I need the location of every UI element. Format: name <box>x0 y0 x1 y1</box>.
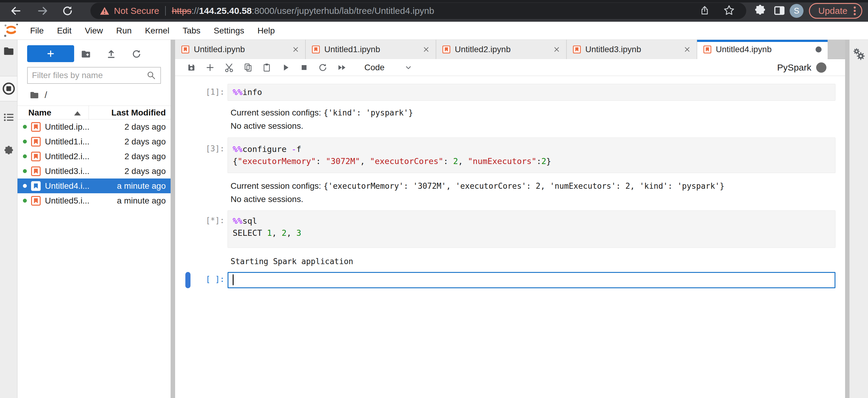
menu-settings[interactable]: Settings <box>207 22 251 39</box>
new-folder-button[interactable] <box>81 49 91 60</box>
file-row-untitled[interactable]: Untitled.ip... 2 days ago <box>18 119 170 134</box>
active-cell-collapser[interactable] <box>185 272 190 288</box>
output-config: {'kind': 'pyspark'} <box>323 108 413 117</box>
browser-back-button[interactable] <box>9 4 22 18</box>
code-editor[interactable]: %%configure -f {"executorMemory": "3072M… <box>227 137 835 173</box>
new-launcher-button[interactable] <box>27 45 74 62</box>
menu-kernel[interactable]: Kernel <box>138 22 176 39</box>
kebab-menu-icon[interactable] <box>853 5 857 16</box>
run-cell-button[interactable] <box>281 63 290 72</box>
column-header-modified[interactable]: Last Modified <box>112 108 166 118</box>
plus-icon <box>46 49 56 59</box>
copy-cells-button[interactable] <box>243 63 253 72</box>
sidebar-tab-table-of-contents[interactable] <box>0 112 18 123</box>
menu-run[interactable]: Run <box>110 22 138 39</box>
kernel-running-dot <box>23 154 27 158</box>
file-filter-input[interactable] <box>32 70 147 80</box>
extensions-button[interactable] <box>753 4 767 17</box>
code-cell-3[interactable]: [*]: %%sql SELECT 1, 2, 3 <box>175 210 845 248</box>
kernel-status-indicator[interactable] <box>816 62 827 73</box>
browser-update-button[interactable]: Update <box>809 3 862 19</box>
menu-edit[interactable]: Edit <box>50 22 78 39</box>
notebook-file-icon <box>703 45 712 54</box>
code-cell-1[interactable]: [1]: %%info <box>175 84 845 101</box>
kernel-name[interactable]: PySpark <box>777 62 811 73</box>
document-tab-bar: Untitled.ipynb Untitled1.ipynb Untitled2… <box>175 40 845 59</box>
breadcrumb-root[interactable]: / <box>44 90 47 100</box>
browser-reload-button[interactable] <box>61 4 74 18</box>
code-token: , <box>272 228 282 238</box>
close-icon[interactable] <box>684 46 691 53</box>
code-token: , <box>287 228 297 238</box>
execution-prompt: [ ]: <box>175 272 227 288</box>
chevron-down-icon[interactable] <box>404 63 413 72</box>
close-icon[interactable] <box>553 46 560 53</box>
text-cursor <box>233 274 234 285</box>
notebook-file-icon <box>31 181 41 191</box>
code-editor[interactable]: %%sql SELECT 1, 2, 3 <box>227 210 835 248</box>
close-icon[interactable] <box>423 46 430 53</box>
code-token: %% <box>233 87 243 97</box>
file-row-untitled3[interactable]: Untitled3.i... 2 days ago <box>18 164 170 179</box>
active-code-editor[interactable] <box>227 272 835 288</box>
column-header-name[interactable]: Name <box>28 108 51 118</box>
active-empty-cell[interactable]: [ ]: <box>175 272 845 288</box>
sidebar-tab-property-inspector[interactable] <box>850 47 867 65</box>
code-editor[interactable]: %%info <box>227 84 835 101</box>
file-row-untitled1[interactable]: Untitled1.i... 2 days ago <box>18 134 170 149</box>
sidebar-tab-file-browser[interactable] <box>0 45 18 57</box>
tab-untitled-ipynb[interactable]: Untitled.ipynb <box>175 40 306 59</box>
file-row-untitled2[interactable]: Untitled2.i... 2 days ago <box>18 149 170 164</box>
breadcrumb[interactable]: / <box>30 90 47 100</box>
sidebar-splitter[interactable] <box>170 40 175 398</box>
menu-view[interactable]: View <box>78 22 110 39</box>
file-name: Untitled5.i... <box>45 196 90 206</box>
file-modified: 2 days ago <box>124 122 166 132</box>
page-url[interactable]: https://144.25.40.58:8000/user/jupyterhu… <box>172 6 434 16</box>
side-panel-button[interactable] <box>773 4 786 17</box>
restart-kernel-button[interactable] <box>318 63 328 72</box>
stop-square-icon <box>6 86 11 91</box>
file-filter-box[interactable] <box>27 67 161 84</box>
upload-button[interactable] <box>106 49 116 60</box>
profile-avatar[interactable]: S <box>789 4 804 18</box>
puzzle-icon <box>4 146 13 155</box>
code-cell-2[interactable]: [3]: %%configure -f {"executorMemory": "… <box>175 137 845 173</box>
cell-type-select[interactable]: Code <box>364 63 384 72</box>
save-button[interactable] <box>187 63 196 72</box>
tab-untitled4-ipynb-active[interactable]: Untitled4.ipynb <box>697 40 828 59</box>
fast-forward-icon <box>337 63 347 72</box>
interrupt-kernel-button[interactable] <box>299 63 309 72</box>
jupyter-logo <box>3 22 19 39</box>
sort-ascending-icon[interactable] <box>74 111 81 116</box>
file-row-untitled5[interactable]: Untitled5.i... a minute ago <box>18 193 170 208</box>
security-warning-icon[interactable] <box>99 6 110 16</box>
tab-untitled1-ipynb[interactable]: Untitled1.ipynb <box>306 40 436 59</box>
security-warning-label[interactable]: Not Secure <box>114 6 159 16</box>
refresh-file-list-button[interactable] <box>131 49 142 60</box>
address-bar[interactable]: Not Secure https://144.25.40.58:8000/use… <box>90 3 746 19</box>
sidebar-tab-extensions[interactable] <box>0 145 18 156</box>
share-icon[interactable] <box>699 5 710 17</box>
tab-untitled2-ipynb[interactable]: Untitled2.ipynb <box>436 40 567 59</box>
restart-run-all-button[interactable] <box>337 63 347 72</box>
close-icon[interactable] <box>292 46 299 53</box>
cut-cells-button[interactable] <box>224 62 234 73</box>
code-token: } <box>546 156 551 166</box>
bookmark-star-icon[interactable] <box>723 4 735 17</box>
file-row-untitled4-selected[interactable]: Untitled4.i... a minute ago <box>18 179 170 193</box>
add-cell-button[interactable] <box>205 63 215 72</box>
menu-file[interactable]: File <box>24 22 50 39</box>
paste-cells-button[interactable] <box>262 63 272 72</box>
menu-tabs[interactable]: Tabs <box>176 22 207 39</box>
sidebar-tab-running-sessions[interactable] <box>0 76 18 101</box>
tab-untitled3-ipynb[interactable]: Untitled3.ipynb <box>567 40 697 59</box>
file-list-header: Name Last Modified <box>18 105 170 119</box>
upload-icon <box>106 49 116 59</box>
unsaved-changes-indicator[interactable] <box>815 47 822 53</box>
code-token: 2 <box>541 156 546 166</box>
browser-forward-button[interactable] <box>36 4 50 18</box>
menu-help[interactable]: Help <box>251 22 281 39</box>
notebook-scrollbar[interactable] <box>845 40 849 398</box>
file-list: Untitled.ip... 2 days ago Untitled1.i...… <box>18 119 170 208</box>
